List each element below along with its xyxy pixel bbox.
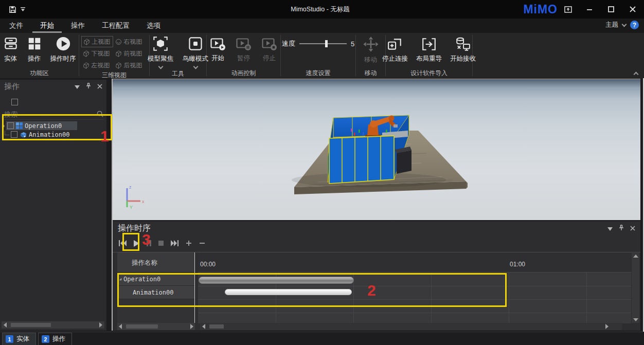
operation-sequence-button[interactable]: 操作时序 xyxy=(48,35,78,64)
panel-close-icon[interactable] xyxy=(97,82,102,91)
scrollbar-thumb[interactable] xyxy=(126,324,158,329)
annotation-number-2: 2 xyxy=(367,282,376,299)
theme-dropdown[interactable]: 主题 xyxy=(605,21,618,29)
entity-button[interactable]: 实体 xyxy=(1,35,21,64)
title-bar: MimoStudio - 无标题 MiMO xyxy=(0,0,644,19)
scroll-right-icon[interactable] xyxy=(99,322,102,328)
annotation-box-3 xyxy=(122,233,139,251)
help-icon[interactable]: ? xyxy=(630,21,639,29)
model-focus-button[interactable]: 模型聚焦 xyxy=(146,35,175,69)
relayout-icon xyxy=(421,37,437,53)
scroll-left-icon[interactable] xyxy=(202,324,205,329)
save-icon[interactable] xyxy=(8,5,17,14)
tab-entity[interactable]: 1 实体 xyxy=(2,333,36,345)
bird-view-button[interactable]: 鸟瞰模式 xyxy=(181,35,210,69)
menu-options[interactable]: 选项 xyxy=(139,19,168,33)
anim-pause-button[interactable]: 暂停 xyxy=(234,37,254,64)
timeline-header: 操作时序 xyxy=(113,221,640,235)
ribbon: 实体 操作 操作时序 功能区 上视图 xyxy=(0,33,644,78)
menu-operation[interactable]: 操作 xyxy=(63,19,93,33)
select-all-checkbox[interactable] xyxy=(11,99,18,105)
panel-pin-icon[interactable] xyxy=(86,82,91,91)
timeline-toolbar xyxy=(113,235,640,251)
speed-slider[interactable] xyxy=(299,43,347,44)
window-title: MimoStudio - 无标题 xyxy=(291,5,350,14)
scroll-up-icon[interactable] xyxy=(633,255,638,258)
front-view-button[interactable]: 前视图 xyxy=(114,48,148,59)
left-view-button[interactable]: 左视图 xyxy=(81,60,113,71)
start-receive-button[interactable]: 开始接收 xyxy=(448,36,478,64)
timeline-title: 操作时序 xyxy=(118,223,607,234)
bird-view-dropdown-icon[interactable] xyxy=(193,64,198,69)
move-button[interactable]: 移动 xyxy=(361,35,381,65)
maximize-icon[interactable] xyxy=(604,3,618,15)
group-label-speed: 速度设置 xyxy=(281,69,355,78)
app-window: MimoStudio - 无标题 MiMO 文件 开始 操作 工程配置 选项 主… xyxy=(0,0,644,345)
timeline-pin-icon[interactable] xyxy=(619,224,624,233)
track-grid-scrollbar[interactable] xyxy=(200,323,622,330)
annotation-box-1 xyxy=(2,114,112,140)
ribbon-group-function-area: 实体 操作 操作时序 功能区 xyxy=(0,33,79,78)
relayout-button[interactable]: 布局重导 xyxy=(414,36,444,64)
speed-slider-handle[interactable] xyxy=(325,40,328,47)
menu-file[interactable]: 文件 xyxy=(2,19,31,33)
axis-z-label: z xyxy=(129,185,132,190)
speed-value: 5 xyxy=(351,40,354,48)
anim-start-button[interactable]: 开始 xyxy=(208,37,228,64)
scrollbar-thumb[interactable] xyxy=(209,324,224,329)
menu-start[interactable]: 开始 xyxy=(32,19,62,33)
anim-pause-icon xyxy=(236,38,252,52)
stop-connect-icon xyxy=(387,37,403,53)
right-view-button[interactable]: 右视图 xyxy=(114,36,148,47)
stop-connect-button[interactable]: 停止连接 xyxy=(380,36,410,64)
timeline-dropdown-icon[interactable] xyxy=(607,224,613,233)
scrollbar-thumb[interactable] xyxy=(11,323,51,327)
name-column-scrollbar[interactable] xyxy=(117,323,195,330)
operation-button[interactable]: 操作 xyxy=(25,35,44,64)
annotation-number-3: 3 xyxy=(142,231,151,248)
menu-project-config[interactable]: 工程配置 xyxy=(94,19,137,33)
select-all-row xyxy=(0,98,106,108)
qat-customize-icon[interactable] xyxy=(21,7,25,12)
stop-icon[interactable] xyxy=(158,241,164,246)
group-label-animation: 动画控制 xyxy=(207,69,280,78)
scroll-right-icon[interactable] xyxy=(190,324,193,329)
theme-chevron-icon[interactable] xyxy=(622,22,627,27)
bird-view-icon xyxy=(188,36,203,53)
group-label-tools: 工具 xyxy=(150,69,206,78)
close-icon[interactable] xyxy=(625,3,640,15)
back-view-button[interactable]: 后视图 xyxy=(114,60,148,71)
skip-to-end-icon[interactable] xyxy=(171,240,178,246)
zoom-out-icon[interactable] xyxy=(199,240,205,246)
minimize-icon[interactable] xyxy=(582,3,597,15)
scroll-down-icon[interactable] xyxy=(633,318,638,321)
sidebar-horizontal-scrollbar[interactable] xyxy=(2,321,104,329)
axis-triad-icon: z x Y xyxy=(127,185,145,210)
tick-01-00: 01:00 xyxy=(510,261,525,268)
tab-operation[interactable]: 2 操作 xyxy=(38,333,72,345)
ribbon-group-3d-views: 上视图 右视图 下视图 前视图 xyxy=(79,33,149,78)
operation-grid-icon xyxy=(27,36,42,53)
scroll-left-icon[interactable] xyxy=(119,324,122,329)
top-view-button[interactable]: 上视图 xyxy=(81,36,113,47)
timeline-vertical-scrollbar[interactable] xyxy=(632,253,639,323)
mimo-logo: MiMO xyxy=(523,3,558,16)
quick-access-toolbar xyxy=(0,5,25,14)
window-layout-icon[interactable] xyxy=(561,3,575,15)
scene-3d: z x Y xyxy=(113,79,640,221)
axis-x-label: x xyxy=(142,199,145,204)
anim-stop-button[interactable]: 停止 xyxy=(260,37,279,64)
status-bar: 1 实体 2 操作 xyxy=(0,332,644,345)
scroll-right-icon[interactable] xyxy=(605,324,609,329)
panel-dropdown-icon[interactable] xyxy=(75,82,80,91)
viewport-3d[interactable]: z x Y xyxy=(113,79,640,220)
model-focus-icon xyxy=(153,36,168,53)
model-focus-dropdown-icon[interactable] xyxy=(158,64,163,69)
zoom-in-icon[interactable] xyxy=(186,240,192,246)
timeline-ruler[interactable]: 00:00 01:00 xyxy=(198,252,631,273)
scroll-left-icon[interactable] xyxy=(4,322,7,328)
bottom-view-button[interactable]: 下视图 xyxy=(81,48,113,59)
menu-bar: 文件 开始 操作 工程配置 选项 主题 ? xyxy=(0,19,644,33)
timeline-close-icon[interactable] xyxy=(630,224,635,233)
ribbon-collapse-icon[interactable] xyxy=(634,72,639,77)
